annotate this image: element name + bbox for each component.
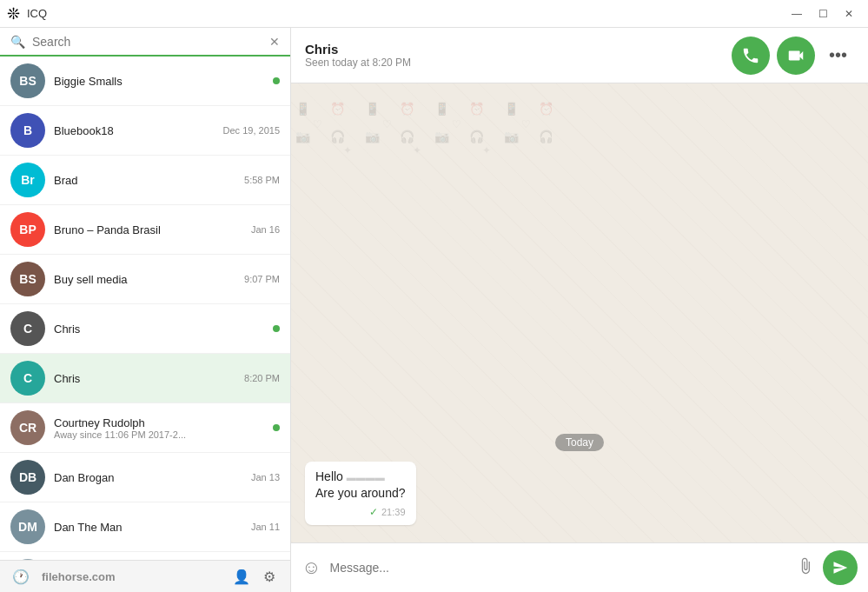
message-text-2: Are you around? xyxy=(315,485,406,502)
contact-item[interactable]: C Chris 8:20 PM xyxy=(0,354,290,403)
contact-item[interactable]: Br Brad 5:58 PM xyxy=(0,156,290,205)
search-clear-icon[interactable]: ✕ xyxy=(269,35,280,49)
contact-meta: Jan 16 xyxy=(251,224,280,235)
send-button[interactable] xyxy=(823,550,858,585)
avatar: C xyxy=(10,311,45,346)
contact-meta: Jan 13 xyxy=(251,472,280,482)
check-icon: ✓ xyxy=(369,506,378,518)
user-icon[interactable]: 👤 xyxy=(231,566,252,587)
contact-item[interactable]: CR Courtney Rudolph Away since 11:06 PM … xyxy=(0,403,290,453)
emoji-button[interactable]: ☺ xyxy=(301,556,321,579)
chat-header-actions: ••• xyxy=(732,37,854,75)
contact-info: Bruno – Panda Brasil xyxy=(54,223,251,236)
contact-item[interactable]: DB Dan Brogan Jan 13 xyxy=(0,453,290,502)
app-icon: ❊ xyxy=(7,4,20,23)
contact-time: Dec 19, 2015 xyxy=(223,125,280,136)
contact-item[interactable]: DM Daniel Martin Dec 31, 2015 xyxy=(0,552,290,560)
search-input[interactable] xyxy=(32,35,262,49)
message-list: Hello ▬▬▬▬ Are you around? ✓ 21:39 xyxy=(305,462,854,529)
contact-info: Dan Brogan xyxy=(54,471,251,484)
search-bar: 🔍 ✕ xyxy=(0,28,290,57)
left-panel: 🔍 ✕ BS Biggie Smalls B Bluebook18 Dec 19… xyxy=(0,28,291,592)
contact-item[interactable]: BP Bruno – Panda Brasil Jan 16 xyxy=(0,205,290,255)
left-bottom-bar: 🕐 filehorse.com 👤 ⚙ xyxy=(0,560,290,592)
right-panel: Chris Seen today at 8:20 PM ••• 📱 xyxy=(291,28,868,592)
contact-name: Chris xyxy=(54,372,244,385)
more-options-button[interactable]: ••• xyxy=(822,38,854,72)
contact-name: Bluebook18 xyxy=(54,124,223,137)
app-body: 🔍 ✕ BS Biggie Smalls B Bluebook18 Dec 19… xyxy=(0,28,868,592)
app-title: ICQ xyxy=(27,7,47,20)
contact-info: Chris xyxy=(54,372,244,385)
contact-name: Brad xyxy=(54,174,244,187)
chat-contact-status: Seen today at 8:20 PM xyxy=(305,57,411,69)
settings-icon[interactable]: ⚙ xyxy=(259,566,280,587)
online-indicator xyxy=(273,77,280,84)
avatar: DM xyxy=(10,509,45,544)
contact-info: Dan The Man xyxy=(54,521,251,534)
maximize-button[interactable]: ☐ xyxy=(811,4,835,23)
online-indicator xyxy=(273,325,280,332)
contact-name: Bruno – Panda Brasil xyxy=(54,223,251,236)
online-indicator xyxy=(273,424,280,431)
avatar: DM xyxy=(10,559,45,560)
contact-time: Jan 13 xyxy=(251,472,280,482)
logo-text: filehorse.com xyxy=(42,570,116,583)
avatar: C xyxy=(10,361,45,396)
contact-meta xyxy=(273,77,280,84)
contact-meta xyxy=(273,424,280,431)
avatar: B xyxy=(10,113,45,148)
window-controls: — ☐ ✕ xyxy=(785,4,861,23)
message-meta: ✓ 21:39 xyxy=(315,506,406,518)
chat-area: Today Hello ▬▬▬▬ Are you around? ✓ 21:39 xyxy=(291,83,868,542)
contact-item[interactable]: C Chris xyxy=(0,304,290,354)
minimize-button[interactable]: — xyxy=(785,4,809,23)
contact-meta: Jan 11 xyxy=(251,522,280,532)
message-time: 21:39 xyxy=(381,507,406,517)
contact-info: Brad xyxy=(54,174,244,187)
contact-name: Dan Brogan xyxy=(54,471,251,484)
title-bar-left: ❊ ICQ xyxy=(7,4,47,23)
message-bubble-wrapper: Hello ▬▬▬▬ Are you around? ✓ 21:39 xyxy=(305,462,854,529)
contact-time: 8:20 PM xyxy=(244,373,280,383)
call-button[interactable] xyxy=(732,37,770,75)
avatar: Br xyxy=(10,163,45,197)
attach-button[interactable] xyxy=(797,557,814,579)
video-call-button[interactable] xyxy=(777,37,815,75)
contact-time: Jan 16 xyxy=(251,224,280,235)
chat-contact-name: Chris xyxy=(305,42,411,57)
contact-item[interactable]: B Bluebook18 Dec 19, 2015 xyxy=(0,106,290,156)
contact-info: Chris xyxy=(54,323,273,336)
chat-header-info: Chris Seen today at 8:20 PM xyxy=(305,42,411,69)
title-bar: ❊ ICQ — ☐ ✕ xyxy=(0,0,868,28)
contact-time: Jan 11 xyxy=(251,522,280,532)
contact-name: Buy sell media xyxy=(54,273,244,286)
avatar: BS xyxy=(10,262,45,296)
contact-info: Courtney Rudolph Away since 11:06 PM 201… xyxy=(54,416,273,440)
chat-header: Chris Seen today at 8:20 PM ••• xyxy=(291,28,868,83)
contact-sub: Away since 11:06 PM 2017-2... xyxy=(54,429,210,440)
contact-item[interactable]: DM Dan The Man Jan 11 xyxy=(0,502,290,552)
message-input[interactable] xyxy=(329,561,788,575)
contact-meta: 9:07 PM xyxy=(244,274,280,284)
contact-info: Bluebook18 xyxy=(54,124,223,137)
contact-name: Chris xyxy=(54,323,273,336)
close-button[interactable]: ✕ xyxy=(837,4,861,23)
contact-info: Buy sell media xyxy=(54,273,244,286)
message-bubble: Hello ▬▬▬▬ Are you around? ✓ 21:39 xyxy=(305,462,416,525)
contact-meta xyxy=(273,325,280,332)
contact-info: Biggie Smalls xyxy=(54,75,273,88)
date-pill: Today xyxy=(555,434,604,451)
contact-list: BS Biggie Smalls B Bluebook18 Dec 19, 20… xyxy=(0,57,290,560)
date-divider: Today xyxy=(305,434,854,451)
contact-meta: 8:20 PM xyxy=(244,373,280,383)
contact-item[interactable]: BS Buy sell media 9:07 PM xyxy=(0,255,290,304)
bottom-icons: 👤 ⚙ xyxy=(231,566,280,587)
clock-icon[interactable]: 🕐 xyxy=(10,566,31,587)
contact-item[interactable]: BS Biggie Smalls xyxy=(0,57,290,106)
contact-name: Dan The Man xyxy=(54,521,251,534)
contact-time: 5:58 PM xyxy=(244,175,280,185)
contact-time: 9:07 PM xyxy=(244,274,280,284)
message-text-1: Hello ▬▬▬▬ xyxy=(315,469,406,486)
contact-meta: 5:58 PM xyxy=(244,175,280,185)
